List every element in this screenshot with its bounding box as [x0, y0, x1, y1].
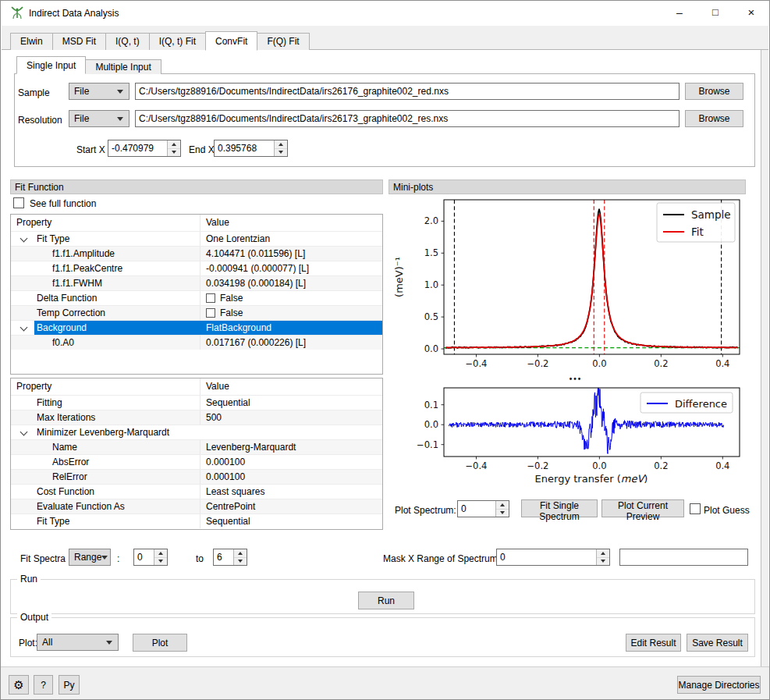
property-row-fit-type[interactable]: Fit TypeOne Lorentzian — [11, 231, 382, 246]
output-plot-label: Plot: — [19, 638, 37, 648]
spin-up-icon[interactable] — [275, 140, 287, 149]
property-row-name[interactable]: NameLevenberg-Marquardt — [11, 439, 382, 454]
indirect-data-analysis-window: Indirect Data Analysis – □ × ElwinMSD Fi… — [0, 0, 770, 700]
svg-text:Sample: Sample — [691, 208, 731, 221]
subtab-multiple-input[interactable]: Multiple Input — [85, 59, 161, 74]
expander-chevron-icon[interactable] — [20, 235, 28, 243]
plot-spectrum-spinbox[interactable]: 0 — [457, 500, 509, 517]
expander-chevron-icon[interactable] — [20, 428, 28, 436]
tab-elwin[interactable]: Elwin — [10, 33, 53, 50]
start-x-spinbox[interactable]: -0.470979 — [108, 140, 181, 157]
save-result-button[interactable]: Save Result — [687, 634, 748, 652]
start-x-label: Start X — [76, 144, 105, 155]
svg-text:1.0: 1.0 — [424, 279, 438, 290]
property-row-temp-correction[interactable]: Temp CorrectionFalse — [11, 305, 382, 320]
value-checkbox[interactable] — [206, 308, 215, 318]
resolution-browse-button[interactable]: Browse — [685, 110, 743, 127]
svg-text:Energy transfer (meV): Energy transfer (meV) — [535, 473, 648, 485]
property-row-abserror[interactable]: AbsError0.000100 — [11, 454, 382, 469]
fit-spectra-to-spinbox[interactable]: 6 — [213, 549, 247, 566]
spin-up-icon[interactable] — [168, 140, 180, 149]
tab-i-q-t[interactable]: I(Q, t) — [105, 33, 150, 50]
minimize-button[interactable]: – — [662, 1, 697, 26]
sample-browse-button[interactable]: Browse — [685, 83, 743, 100]
svg-text:−0.4: −0.4 — [465, 358, 487, 369]
svg-text:0.4: 0.4 — [715, 460, 729, 471]
vertical-scrollbar[interactable] — [761, 50, 768, 666]
property-row-f0-a0[interactable]: f0.A00.017167 (0.000226) [L] — [11, 335, 382, 350]
fit-spectra-from-spinbox[interactable]: 0 — [133, 549, 168, 566]
svg-text:0.0: 0.0 — [424, 419, 438, 430]
maximize-button[interactable]: □ — [697, 1, 733, 26]
help-button[interactable]: ? — [34, 675, 53, 695]
output-plot-button[interactable]: Plot — [133, 634, 187, 652]
plots-splitter-handle[interactable]: ••• — [557, 375, 594, 385]
plot-guess-checkbox[interactable] — [690, 503, 701, 514]
spin-up-icon[interactable] — [154, 549, 167, 558]
svg-text:0.0: 0.0 — [424, 343, 438, 354]
spin-down-icon[interactable] — [154, 558, 167, 566]
property-row-evaluate-function-as[interactable]: Evaluate Function AsCentrePoint — [11, 499, 382, 513]
property-row-delta-function[interactable]: Delta FunctionFalse — [11, 290, 382, 305]
svg-text:(meV)⁻¹: (meV)⁻¹ — [393, 257, 405, 297]
output-group-label: Output — [17, 612, 51, 623]
fit-spectra-mode-combo[interactable]: Range — [69, 549, 111, 566]
tab-convfit[interactable]: ConvFit — [205, 31, 257, 51]
svg-text:0.2: 0.2 — [654, 358, 668, 369]
main-tab-bar: ElwinMSD FitI(Q, t)I(Q, t) FitConvFitF(Q… — [2, 26, 768, 50]
sample-path-input[interactable] — [135, 83, 680, 100]
tab-i-q-t-fit[interactable]: I(Q, t) Fit — [149, 33, 206, 50]
spin-down-icon[interactable] — [275, 149, 287, 157]
spin-down-icon[interactable] — [168, 149, 180, 157]
value-checkbox[interactable] — [206, 293, 215, 303]
spin-down-icon[interactable] — [496, 510, 509, 517]
tab-f-q-fit[interactable]: F(Q) Fit — [257, 33, 309, 50]
manage-directories-button[interactable]: Manage Directories — [677, 676, 761, 694]
mask-range-input[interactable] — [619, 549, 748, 566]
title-bar: Indirect Data Analysis – □ × — [1, 1, 769, 26]
run-button[interactable]: Run — [358, 592, 414, 609]
property-row-f1-f1-amplitude[interactable]: f1.f1.Amplitude4.104471 (0.011596) [L] — [11, 246, 382, 261]
property-row-f1-f1-peakcentre[interactable]: f1.f1.PeakCentre-0.000941 (0.000077) [L] — [11, 261, 382, 275]
tab-msd-fit[interactable]: MSD Fit — [52, 33, 106, 50]
svg-text:−0.4: −0.4 — [465, 460, 487, 471]
property-row-cost-function[interactable]: Cost FunctionLeast squares — [11, 484, 382, 499]
see-full-function-label: See full function — [30, 198, 96, 209]
spin-down-icon[interactable] — [597, 558, 609, 566]
expander-chevron-icon[interactable] — [20, 324, 28, 332]
spin-up-icon[interactable] — [597, 549, 609, 558]
footer-bar: ⚙ ? Py Manage Directories — [1, 666, 769, 699]
end-x-spinbox[interactable]: 0.395768 — [214, 140, 288, 157]
resolution-path-input[interactable] — [135, 110, 680, 127]
property-row-f1-f1-fwhm[interactable]: f1.f1.FWHM0.034198 (0.000184) [L] — [11, 275, 382, 290]
svg-text:0.2: 0.2 — [654, 460, 668, 471]
property-row-fitting[interactable]: FittingSequential — [11, 395, 382, 410]
mask-spectrum-spinbox[interactable]: 0 — [496, 549, 610, 566]
output-plot-combo[interactable]: All — [37, 634, 119, 651]
spin-up-icon[interactable] — [496, 501, 509, 510]
property-row-minimizer-levenberg-marquardt[interactable]: Minimizer Levenberg-Marquardt — [11, 425, 382, 439]
spin-down-icon[interactable] — [234, 558, 247, 566]
difference-plot[interactable]: −0.4−0.20.00.20.4−0.10.00.1Energy transf… — [391, 385, 743, 492]
svg-text:Difference: Difference — [675, 398, 727, 410]
fit-single-spectrum-button[interactable]: Fit Single Spectrum — [521, 499, 598, 517]
plot-current-preview-button[interactable]: Plot Current Preview — [601, 499, 684, 517]
output-group: Output Plot: All Plot Edit Result Save R… — [10, 617, 755, 657]
svg-text:−0.1: −0.1 — [417, 439, 438, 450]
property-row-relerror[interactable]: RelError0.000100 — [11, 469, 382, 484]
python-export-button[interactable]: Py — [59, 675, 80, 695]
resolution-mode-combo[interactable]: File — [69, 110, 130, 127]
settings-button[interactable]: ⚙ — [9, 675, 29, 695]
close-button[interactable]: × — [733, 1, 769, 26]
resolution-label: Resolution — [18, 115, 62, 126]
fit-preview-plot[interactable]: −0.4−0.20.00.20.40.00.51.01.52.0(meV)⁻¹S… — [391, 196, 743, 377]
property-row-fit-type[interactable]: Fit TypeSequential — [11, 513, 382, 528]
subtab-single-input[interactable]: Single Input — [16, 56, 86, 74]
sample-mode-combo[interactable]: File — [69, 83, 130, 100]
edit-result-button[interactable]: Edit Result — [626, 634, 681, 652]
see-full-function-checkbox[interactable] — [13, 197, 24, 208]
property-row-max-iterations[interactable]: Max Iterations500 — [11, 410, 382, 425]
spin-up-icon[interactable] — [234, 549, 247, 558]
window-title: Indirect Data Analysis — [29, 1, 119, 26]
property-row-background[interactable]: BackgroundFlatBackground — [11, 320, 382, 335]
